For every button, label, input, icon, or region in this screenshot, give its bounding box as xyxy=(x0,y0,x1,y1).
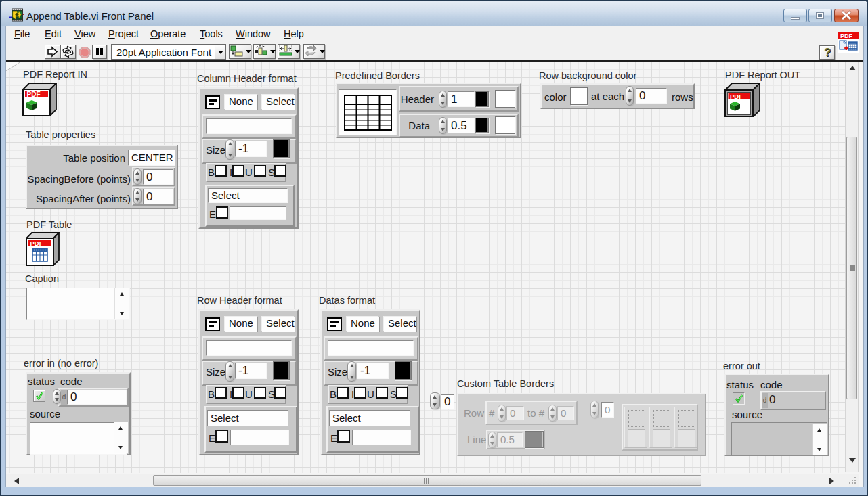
svg-text:PDF: PDF xyxy=(840,32,853,39)
svg-text:PDF: PDF xyxy=(730,93,743,100)
svg-text:PDF: PDF xyxy=(27,91,41,98)
svg-text:PDF: PDF xyxy=(30,240,43,247)
